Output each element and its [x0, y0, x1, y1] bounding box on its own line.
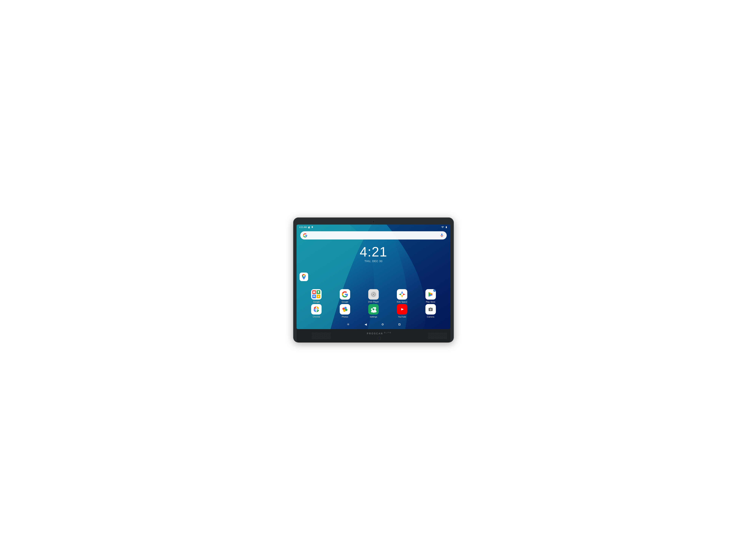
- front-camera: [372, 221, 375, 223]
- right-speaker-grille: [428, 332, 447, 339]
- app-label-photos: Photos: [342, 316, 348, 318]
- app-label-dvd: DVD Player: [368, 301, 379, 303]
- youtube-icon: [399, 306, 406, 313]
- app-label-play-store: Play Store: [426, 301, 435, 303]
- recent-button[interactable]: [398, 323, 401, 325]
- app-label-kids-space: Kids Space: [397, 301, 407, 303]
- kids-space-icon: [397, 289, 407, 300]
- back-button[interactable]: ◀: [364, 323, 367, 326]
- app-kids-space[interactable]: Kids Space: [388, 289, 416, 303]
- google-logo: [303, 233, 307, 238]
- status-bar: 4:21 AM: [297, 224, 450, 230]
- photos-icon: [341, 306, 348, 313]
- app-row-1: Google Google: [297, 289, 450, 303]
- rear-camera: [378, 337, 381, 340]
- svg-rect-21: [429, 308, 432, 308]
- app-label-youtube: YouTube: [398, 316, 406, 318]
- app-chrome[interactable]: Chrome: [302, 304, 331, 318]
- play-store-icon: [427, 291, 434, 298]
- app-google-folder[interactable]: Google: [302, 289, 331, 303]
- google-app-icon: [341, 291, 348, 298]
- svg-point-10: [401, 293, 403, 295]
- svg-point-11: [434, 290, 435, 291]
- app-settings[interactable]: Settings: [359, 304, 388, 318]
- svg-point-20: [430, 309, 431, 311]
- dvd-icon: [370, 291, 377, 298]
- settings-icon: [370, 306, 377, 313]
- svg-point-8: [373, 294, 374, 295]
- search-input[interactable]: [309, 231, 440, 239]
- left-speaker: // dots rendered inline below: [300, 332, 330, 339]
- speaker-bar: // dots rendered inline below PROSCAN EL…: [297, 329, 450, 343]
- tablet-device: 4:21 AM: [293, 217, 454, 343]
- svg-point-3: [303, 275, 305, 277]
- gear-icon: [308, 226, 310, 228]
- launcher-shortcut[interactable]: ✳: [347, 322, 350, 326]
- app-label-chrome: Chrome: [313, 316, 320, 318]
- clock-area: 4:21 THU, DEC 30: [360, 245, 387, 263]
- brand-area: PROSCAN ELITE: [367, 332, 392, 340]
- tablet-screen: 4:21 AM: [297, 224, 450, 329]
- google-maps-icon: [300, 273, 308, 281]
- status-right: [441, 226, 448, 229]
- app-label-google-folder: Google: [313, 301, 320, 303]
- camera-icon: [427, 306, 434, 313]
- app-label-settings: Settings: [370, 316, 377, 318]
- app-google[interactable]: Google: [331, 289, 359, 303]
- app-dvd-player[interactable]: DVD Player: [359, 289, 388, 303]
- svg-point-15: [316, 309, 317, 310]
- left-speaker-grille: [312, 332, 330, 339]
- battery-icon: [445, 226, 448, 228]
- status-left: 4:21 AM: [299, 226, 313, 228]
- clock-time: 4:21: [360, 245, 387, 259]
- app-photos[interactable]: Photos: [331, 304, 359, 318]
- chrome-icon: [313, 306, 320, 313]
- app-label-camera: Camera: [427, 316, 434, 318]
- clock-date: THU, DEC 30: [360, 260, 387, 263]
- status-time: 4:21 AM: [299, 226, 307, 228]
- home-button[interactable]: [382, 323, 384, 325]
- google-maps-shortcut[interactable]: [300, 272, 308, 281]
- mic-icon[interactable]: [440, 233, 444, 238]
- navigation-bar: ✳ ◀: [297, 320, 450, 329]
- brand-name: PROSCAN ELITE: [367, 332, 392, 335]
- app-youtube[interactable]: YouTube: [388, 304, 416, 318]
- search-bar[interactable]: [300, 231, 447, 239]
- wifi-icon: [441, 226, 444, 229]
- app-play-store[interactable]: Play Store: [416, 289, 445, 303]
- location-icon: [311, 226, 313, 228]
- app-row-2: Chrome Photos: [297, 304, 450, 318]
- app-label-google: Google: [341, 301, 348, 303]
- app-camera[interactable]: Camera: [416, 304, 445, 318]
